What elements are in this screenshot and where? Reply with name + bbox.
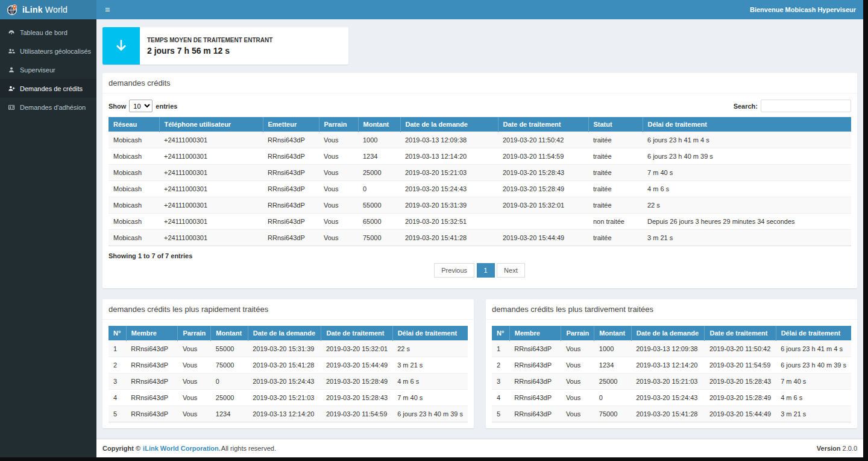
info-title: TEMPS MOYEN DE TRAITEMENT ENTRANT [147, 37, 272, 43]
column-header[interactable]: N° [492, 326, 509, 341]
table-cell: 4 m 6 s [643, 181, 851, 197]
column-header[interactable]: Délai de traitement [776, 326, 851, 341]
sidebar-toggle-button[interactable]: ≡ [96, 0, 118, 19]
panel-title: demandes crédits [102, 73, 857, 94]
column-header[interactable]: Parrain [178, 326, 211, 341]
table-cell: 6 jours 23 h 41 m 4 s [643, 132, 851, 148]
column-header[interactable]: Emetteur [263, 117, 319, 132]
column-header[interactable]: Statut [588, 117, 643, 132]
column-header[interactable]: Membre [509, 326, 561, 341]
table-cell: 2019-03-20 11:54:59 [705, 357, 776, 374]
sidebar: Tableau de bord Utilisateurs géolocalisé… [0, 19, 96, 457]
column-header[interactable]: Date de traitement [321, 326, 392, 341]
table-cell: 0 [358, 181, 400, 197]
table-cell: 75000 [594, 406, 631, 422]
user-menu[interactable]: Bienvenue Mobicash Hyperviseur [750, 6, 863, 13]
column-header[interactable]: Parrain [319, 117, 358, 132]
table-row: 2RRnsi643dPVous12342019-03-13 12:14:2020… [492, 357, 851, 374]
table-cell: traitée [588, 181, 643, 197]
company-link[interactable]: iLink World Corporation. [143, 445, 221, 452]
table-cell: traitée [588, 165, 643, 181]
table-cell: 0 [211, 374, 248, 390]
table-cell: 2019-03-13 12:09:38 [631, 341, 705, 357]
column-header[interactable]: Montant [594, 326, 631, 341]
table-row: 4RRnsi643dPVous02019-03-20 15:24:432019-… [492, 390, 851, 406]
page-size-select[interactable]: 10 [129, 100, 153, 112]
table-cell: RRnsi643dP [126, 390, 178, 406]
column-header[interactable]: Date de la demande [631, 326, 705, 341]
vertical-scrollbar[interactable] [863, 0, 868, 461]
table-cell: 6 jours 23 h 40 m 39 s [392, 406, 468, 422]
copyright: Copyright ©iLink World Corporation.All r… [102, 445, 276, 452]
content: TEMPS MOYEN DE TRAITEMENT ENTRANT 2 jour… [96, 19, 863, 439]
sidebar-item-demandes-de-credits[interactable]: Demandes de crédits [0, 79, 96, 98]
table-cell: Vous [319, 214, 358, 230]
table-row: Mobicash+24111000301RRnsi643dPVous100020… [108, 132, 851, 148]
table-cell: 1234 [211, 406, 248, 422]
table-cell: 25000 [594, 374, 631, 390]
sidebar-item-demandes-d-adhesion[interactable]: Demandes d'adhésion [0, 98, 96, 116]
sidebar-item-utilisateurs-geolocalises[interactable]: Utilisateurs géolocalisés [0, 42, 96, 60]
app-logo[interactable]: iLink World [0, 0, 96, 19]
column-header[interactable]: Date de la demande [248, 326, 321, 341]
sidebar-item-tableau-de-bord[interactable]: Tableau de bord [0, 23, 96, 42]
table-cell: +24111000301 [159, 148, 263, 165]
table-cell: 75000 [358, 230, 400, 246]
table-row: Mobicash+24111000301RRnsi643dPVous250002… [108, 165, 851, 181]
sidebar-item-superviseur[interactable]: Superviseur [0, 60, 96, 79]
table-cell: RRnsi643dP [509, 374, 561, 390]
brand-name: iLink World [22, 5, 68, 14]
table-cell: 4 m 6 s [776, 390, 851, 406]
column-header[interactable]: Montant [211, 326, 248, 341]
table-cell: 2019-03-20 15:31:39 [248, 341, 321, 357]
table-cell: traitée [588, 148, 643, 165]
dashboard-icon [7, 28, 15, 36]
column-header[interactable]: Réseau [108, 117, 159, 132]
page-1-button[interactable]: 1 [477, 263, 495, 278]
table-cell: 3 [108, 374, 126, 390]
panel-title: demandes crédits les plus tardivement tr… [486, 299, 857, 320]
table-cell: Mobicash [108, 165, 159, 181]
previous-page-button[interactable]: Previous [434, 263, 474, 278]
table-cell: Vous [319, 148, 358, 165]
table-cell: 5 [108, 406, 126, 422]
table-cell: 2019-03-13 12:14:20 [248, 406, 321, 422]
fastest-panel: demandes crédits les plus rapidement tra… [102, 299, 474, 428]
search-input[interactable] [761, 100, 851, 112]
table-cell: 7 m 40 s [643, 165, 851, 181]
table-row: 2RRnsi643dPVous750002019-03-20 15:41:282… [108, 357, 468, 374]
table-cell: 4 [108, 390, 126, 406]
table-cell: 2019-03-20 15:41:28 [400, 230, 498, 246]
table-cell: 2019-03-20 15:21:03 [248, 390, 321, 406]
info-text: TEMPS MOYEN DE TRAITEMENT ENTRANT 2 jour… [140, 27, 280, 65]
table-row: 3RRnsi643dPVous250002019-03-20 15:21:032… [492, 374, 851, 390]
table-cell: 22 s [392, 341, 468, 357]
column-header[interactable]: N° [108, 326, 126, 341]
table-info: Showing 1 to 7 of 7 entries [108, 252, 851, 259]
column-header[interactable]: Parrain [561, 326, 594, 341]
slowest-table: N°MembreParrainMontantDate de la demande… [492, 326, 851, 422]
next-page-button[interactable]: Next [497, 263, 525, 278]
navbar: ≡ Bienvenue Mobicash Hyperviseur [96, 0, 863, 19]
table-cell: 3 m 21 s [392, 357, 468, 374]
horizontal-scrollbar[interactable] [0, 457, 868, 461]
table-cell: Mobicash [108, 132, 159, 148]
column-header[interactable]: Membre [126, 326, 178, 341]
column-header[interactable]: Délai de traitement [392, 326, 468, 341]
sidebar-item-label: Utilisateurs géolocalisés [20, 48, 91, 55]
table-cell: 2019-03-20 15:28:43 [705, 374, 776, 390]
table-cell: Vous [561, 357, 594, 374]
column-header[interactable]: Date de traitement [705, 326, 776, 341]
users-globe-icon [7, 47, 15, 55]
column-header[interactable]: Date de la demande [400, 117, 498, 132]
table-cell: 2019-03-20 15:28:43 [498, 165, 588, 181]
column-header[interactable]: Délai de traitement [643, 117, 851, 132]
table-cell: Vous [178, 406, 211, 422]
table-cell: Vous [561, 390, 594, 406]
column-header[interactable]: Téléphone utilisateur [159, 117, 263, 132]
column-header[interactable]: Montant [358, 117, 400, 132]
column-header[interactable]: Date de traitement [498, 117, 588, 132]
globe-pin-icon [6, 4, 18, 16]
table-cell: Vous [319, 181, 358, 197]
info-value: 2 jours 7 h 56 m 12 s [147, 46, 272, 56]
